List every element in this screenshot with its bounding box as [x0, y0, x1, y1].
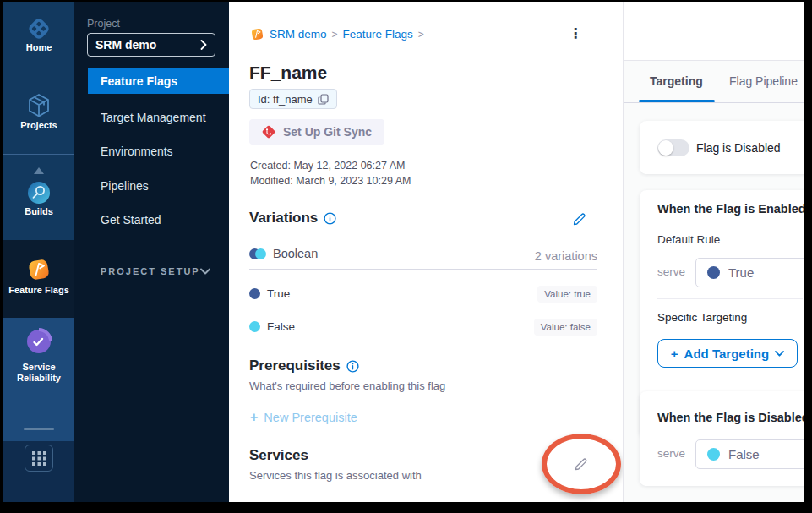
disabled-serve-value: False: [728, 447, 760, 461]
specific-targeting-label: Specific Targeting: [657, 311, 747, 324]
breadcrumb-project-link[interactable]: SRM demo: [270, 28, 327, 41]
rail-item-label: Builds: [3, 206, 74, 217]
breadcrumb: SRM demo > Feature Flags >: [250, 27, 424, 41]
new-prerequisite-button[interactable]: + New Prerequisite: [250, 410, 357, 425]
edit-variations-icon[interactable]: [572, 212, 586, 226]
module-grid-button[interactable]: [25, 445, 53, 472]
sidebar-divider: [101, 248, 209, 248]
created-timestamp: Created: May 12, 2022 06:27 AM: [250, 160, 405, 172]
disabled-section-title: When the Flag is Disabled: [657, 411, 804, 424]
module-rail: Home Projects: [3, 2, 74, 502]
sidebar-item-pipelines[interactable]: Pipelines: [101, 178, 149, 194]
tab-flag-pipeline[interactable]: Flag Pipeline: [729, 74, 798, 88]
true-variation-dot: [707, 266, 720, 279]
variation-row-true: True: [249, 287, 290, 300]
variations-divider: [249, 269, 597, 270]
variations-heading: Variations: [249, 210, 336, 226]
serve-label: serve: [657, 265, 685, 278]
annotation-circle: [542, 434, 621, 494]
add-targeting-button[interactable]: + Add Targeting: [657, 339, 798, 368]
flag-enabled-toggle[interactable]: [657, 139, 689, 156]
sidebar-item-feature-flags[interactable]: Feature Flags: [88, 68, 229, 94]
variation-name: False: [267, 320, 295, 333]
project-setup-label: PROJECT SETUP: [101, 266, 200, 276]
tab-targeting[interactable]: Targeting: [650, 74, 703, 88]
sidebar-item-environments[interactable]: Environments: [101, 144, 173, 159]
breadcrumb-separator: >: [418, 29, 424, 41]
false-variation-dot: [707, 448, 720, 461]
git-sync-button[interactable]: Set Up Git Sync: [249, 119, 384, 145]
builds-icon: [25, 179, 52, 206]
prerequisites-heading: Prerequisites: [249, 357, 359, 374]
git-sync-label: Set Up Git Sync: [283, 125, 372, 139]
chevron-down-icon: [200, 268, 210, 275]
services-title: Services: [249, 447, 308, 464]
rail-item-label: Feature Flags: [3, 285, 74, 296]
chevron-right-icon: [200, 40, 207, 50]
variation-name: True: [267, 287, 290, 300]
modified-timestamp: Modified: March 9, 2023 10:29 AM: [250, 175, 411, 187]
kebab-menu-icon[interactable]: ⋮: [565, 24, 586, 44]
rail-item-builds[interactable]: Builds: [3, 179, 74, 217]
rail-item-projects[interactable]: Projects: [3, 91, 74, 131]
app-window: Home Projects: [0, 0, 812, 513]
flag-id-label: Id: ff_name: [258, 93, 313, 106]
rail-item-feature-flags[interactable]: Feature Flags: [3, 254, 74, 296]
rail-item-label: Reliability: [3, 373, 74, 384]
services-description: Services this flag is associated with: [249, 469, 422, 482]
toggle-knob: [658, 140, 673, 156]
info-icon[interactable]: [346, 360, 359, 373]
chevron-down-icon: [775, 351, 784, 357]
sidebar-item-target-management[interactable]: Target Management: [101, 110, 206, 125]
copy-icon[interactable]: [318, 94, 329, 105]
rail-chevron-up-icon[interactable]: [34, 167, 44, 174]
sidebar-item-label: Feature Flags: [101, 74, 177, 88]
project-selector[interactable]: SRM demo: [87, 33, 215, 57]
variations-title: Variations: [249, 210, 318, 226]
default-serve-select[interactable]: True: [695, 258, 804, 287]
default-rule-label: Default Rule: [657, 233, 720, 246]
breadcrumb-section-link[interactable]: Feature Flags: [343, 28, 413, 41]
rail-divider-short: [24, 428, 54, 430]
add-targeting-label: Add Targeting: [684, 347, 770, 361]
projects-icon: [25, 91, 52, 120]
variation-count: 2 variations: [535, 249, 597, 263]
rail-item-home[interactable]: Home: [3, 15, 74, 53]
feature-flags-icon: [24, 254, 54, 285]
enabled-section-title: When the Flag is Enabled: [657, 202, 804, 216]
service-reliability-icon: [24, 326, 54, 357]
plus-icon: +: [250, 410, 258, 425]
flag-detail-main: SRM demo > Feature Flags > ⋮ FF_name Id:…: [229, 2, 623, 502]
rail-bottom: [3, 439, 74, 480]
rail-item-label: Projects: [3, 120, 74, 131]
rail-divider: [3, 154, 74, 155]
variation-type-row: Boolean: [249, 247, 318, 260]
home-icon: [25, 15, 52, 42]
targeting-panel: Targeting Flag Pipeline Flag is Disabled…: [623, 2, 804, 502]
rail-item-service-reliability[interactable]: Service Reliability: [3, 326, 74, 384]
default-serve-value: True: [728, 265, 754, 280]
disabled-rules-card: When the Flag is Disabled serve False: [640, 391, 804, 486]
variation-value-badge: Value: true: [537, 286, 597, 303]
flag-state-card: Flag is Disabled: [640, 121, 804, 174]
variation-type-label: Boolean: [273, 247, 318, 260]
targeting-panel-header: [624, 2, 804, 61]
feature-flags-crumb-icon: [250, 27, 264, 41]
tabs-divider: [624, 102, 804, 103]
prerequisites-title: Prerequisites: [249, 357, 341, 374]
rail-item-label: Home: [3, 42, 74, 53]
flag-id-chip: Id: ff_name: [249, 89, 337, 109]
project-setup-toggle[interactable]: PROJECT SETUP: [101, 266, 210, 276]
project-selector-value: SRM demo: [95, 38, 200, 52]
prerequisites-description: What's required before enabling this fla…: [249, 379, 445, 392]
git-icon: [262, 125, 275, 139]
project-section-label: Project: [87, 18, 120, 30]
card-divider: [657, 298, 803, 299]
breadcrumb-separator: >: [332, 29, 338, 41]
plus-icon: +: [671, 347, 678, 361]
flag-state-label: Flag is Disabled: [696, 141, 781, 155]
info-icon[interactable]: [324, 212, 336, 225]
disabled-serve-select[interactable]: False: [695, 439, 804, 469]
false-variation-dot: [249, 321, 260, 332]
sidebar-item-get-started[interactable]: Get Started: [101, 212, 161, 227]
